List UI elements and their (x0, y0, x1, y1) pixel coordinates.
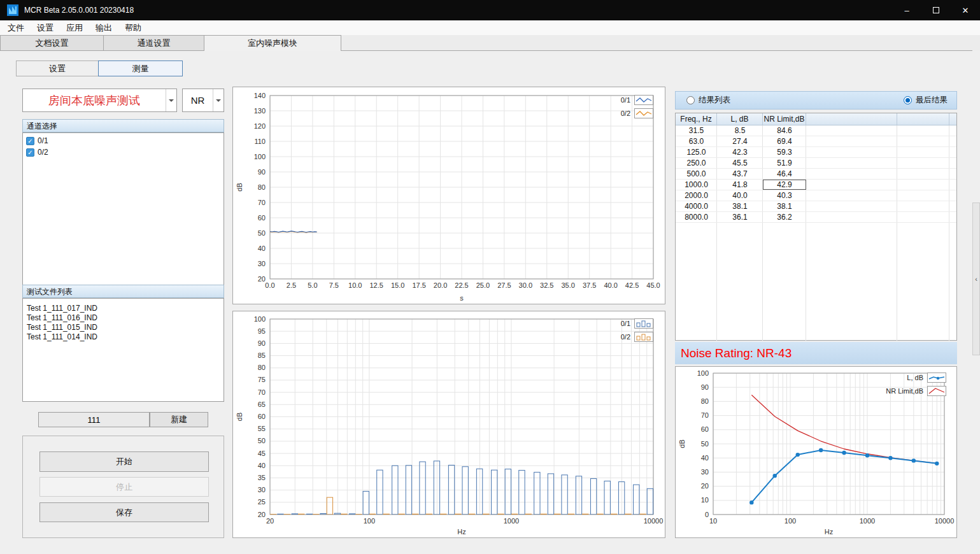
nr-result-chart: 010203040506070809010010100100010000HzdB… (675, 366, 957, 538)
results-list-radio[interactable] (686, 96, 695, 104)
test-type-combobox[interactable]: 房间本底噪声测试 (22, 89, 177, 112)
table-cell[interactable] (897, 125, 949, 136)
channel-item[interactable]: ✓0/2 (23, 146, 224, 158)
stop-button[interactable]: 停止 (39, 477, 209, 497)
table-cell[interactable]: 51.9 (763, 158, 806, 168)
test-file-item[interactable]: Test 1_111_016_IND (23, 313, 224, 323)
table-cell[interactable]: 69.4 (763, 136, 806, 146)
table-cell[interactable]: 8.5 (717, 125, 763, 136)
channel-label: 0/1 (38, 136, 48, 145)
table-cell[interactable]: 84.6 (763, 125, 806, 136)
table-cell[interactable] (806, 125, 897, 136)
legend-item: L, dB (907, 373, 946, 383)
table-cell[interactable]: 40.0 (717, 190, 763, 201)
start-button[interactable]: 开始 (39, 451, 209, 472)
table-cell[interactable] (897, 190, 949, 201)
table-cell[interactable] (897, 158, 949, 168)
table-cell[interactable] (897, 136, 949, 146)
table-cell[interactable]: 27.4 (717, 136, 763, 146)
table-cell[interactable]: 43.7 (717, 169, 763, 179)
chevron-down-icon[interactable] (213, 89, 224, 111)
results-column-header[interactable]: Freq., Hz (676, 113, 717, 125)
table-row[interactable]: 63.027.469.4 (676, 136, 956, 147)
table-row[interactable]: 8000.036.136.2 (676, 212, 956, 223)
table-cell[interactable] (806, 147, 897, 157)
menu-item-output[interactable]: 输出 (89, 20, 118, 35)
table-cell[interactable]: 41.8 (717, 180, 763, 190)
collapse-panel-handle[interactable]: ‹ (972, 202, 980, 355)
table-cell[interactable]: 4000.0 (676, 201, 717, 211)
table-cell[interactable] (897, 212, 949, 222)
tab-room-noise-module[interactable]: 室内噪声模块 (204, 35, 341, 51)
test-file-list[interactable]: Test 1_111_017_INDTest 1_111_016_INDTest… (22, 298, 224, 402)
results-column-header[interactable] (897, 113, 949, 125)
results-column-header[interactable]: NR Limit,dB (763, 113, 806, 125)
subtab-settings[interactable]: 设置 (16, 60, 99, 76)
save-button[interactable]: 保存 (39, 502, 209, 522)
table-cell[interactable]: 46.4 (763, 169, 806, 179)
table-row[interactable]: 2000.040.040.3 (676, 190, 956, 201)
menu-item-apply[interactable]: 应用 (60, 20, 89, 35)
table-cell[interactable]: 42.3 (717, 147, 763, 157)
test-file-item[interactable]: Test 1_111_017_IND (23, 304, 224, 313)
maximize-button[interactable] (921, 0, 951, 20)
file-name-input[interactable] (38, 412, 150, 427)
tab-channel-settings[interactable]: 通道设置 (104, 35, 204, 50)
menu-item-file[interactable]: 文件 (1, 20, 31, 35)
table-cell[interactable] (897, 169, 949, 179)
table-cell[interactable] (806, 169, 897, 179)
table-cell[interactable] (806, 180, 897, 190)
last-result-radio-group[interactable]: 最后结果 (904, 95, 948, 106)
table-cell[interactable] (806, 136, 897, 146)
table-row[interactable]: 31.58.584.6 (676, 125, 956, 136)
results-column-header[interactable]: L, dB (717, 113, 763, 125)
table-row[interactable]: 4000.038.138.1 (676, 201, 956, 212)
table-row[interactable]: 1000.041.842.9 (676, 180, 956, 190)
channel-list[interactable]: ✓0/1✓0/2 (22, 132, 224, 285)
table-cell[interactable] (897, 180, 949, 190)
table-cell[interactable]: 45.5 (717, 158, 763, 168)
table-row[interactable]: 500.043.746.4 (676, 169, 956, 180)
subtab-measure[interactable]: 测量 (98, 60, 183, 76)
checkbox-checked-icon[interactable]: ✓ (26, 148, 34, 157)
table-cell[interactable] (897, 201, 949, 211)
table-cell[interactable]: 42.9 (763, 180, 806, 190)
results-list-radio-group[interactable]: 结果列表 (686, 95, 730, 106)
table-cell[interactable] (806, 201, 897, 211)
chevron-down-icon[interactable] (166, 89, 176, 111)
table-cell[interactable]: 36.2 (763, 212, 806, 222)
table-cell[interactable]: 31.5 (676, 125, 717, 136)
new-button[interactable]: 新建 (150, 412, 208, 427)
table-row[interactable]: 250.045.551.9 (676, 158, 956, 169)
table-cell[interactable]: 8000.0 (676, 212, 717, 222)
last-result-radio[interactable] (904, 96, 912, 104)
test-file-item[interactable]: Test 1_111_015_IND (23, 323, 224, 332)
minimize-button[interactable]: – (892, 0, 921, 20)
checkbox-checked-icon[interactable]: ✓ (26, 137, 34, 145)
table-cell[interactable]: 500.0 (676, 169, 717, 179)
table-cell[interactable] (806, 158, 897, 168)
table-cell[interactable] (897, 147, 949, 157)
tab-document-settings[interactable]: 文档设置 (0, 35, 104, 50)
table-cell[interactable]: 38.1 (763, 201, 806, 211)
table-cell[interactable]: 63.0 (676, 136, 717, 146)
test-file-item[interactable]: Test 1_111_014_IND (23, 332, 224, 342)
table-cell[interactable]: 1000.0 (676, 180, 717, 190)
table-cell[interactable]: 38.1 (717, 201, 763, 211)
menu-item-settings[interactable]: 设置 (31, 20, 60, 35)
rating-type-combobox[interactable]: NR (182, 89, 224, 112)
menu-item-help[interactable]: 帮助 (118, 20, 148, 35)
close-button[interactable]: ✕ (951, 0, 980, 20)
table-row[interactable]: 125.042.359.3 (676, 147, 956, 158)
svg-text:20: 20 (258, 511, 266, 518)
table-cell[interactable]: 2000.0 (676, 190, 717, 201)
channel-item[interactable]: ✓0/1 (23, 135, 224, 146)
table-cell[interactable]: 59.3 (763, 147, 806, 157)
table-cell[interactable]: 125.0 (676, 147, 717, 157)
table-cell[interactable]: 40.3 (763, 190, 806, 201)
table-cell[interactable] (806, 212, 897, 222)
results-column-header[interactable] (806, 113, 897, 125)
table-cell[interactable] (806, 190, 897, 201)
table-cell[interactable]: 250.0 (676, 158, 717, 168)
table-cell[interactable]: 36.1 (717, 212, 763, 222)
